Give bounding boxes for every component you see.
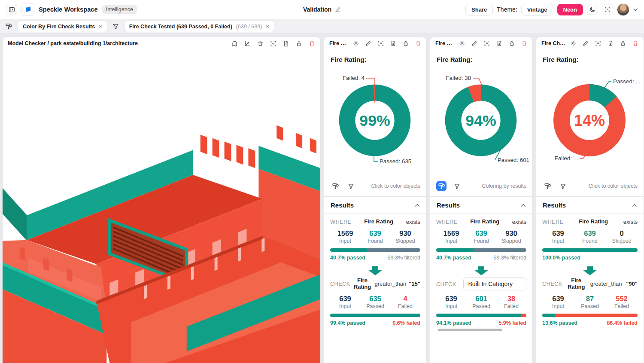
where-progress-bar [330,248,420,252]
pass-callout: Passed: 635 [380,158,411,165]
check-block: CHECK Fire Rating greater_than "15" 639I… [324,277,426,331]
app-window: Speckle Workspace Intelligence Validatio… [0,0,644,363]
flow-arrow [536,266,644,277]
document-button[interactable] [496,40,502,46]
passed-pct: 40.7% passed [330,255,365,261]
fire-check-panel-3: Fire Check... Fire Rating: 14% Passed: .… [536,37,644,363]
funnel-icon [348,183,354,189]
stat-label: Passed [360,303,390,309]
delete-button[interactable] [521,40,527,46]
isolate-filter-button[interactable] [346,181,356,191]
passed-pct: 94.1% passed [436,320,471,326]
check-keyword: CHECK [436,281,456,287]
where-field: Fire Rating [579,219,608,225]
document-button[interactable] [390,40,396,46]
chevron-up-icon [415,204,420,207]
settings-button[interactable] [570,40,576,46]
document-button[interactable] [283,40,289,47]
check-value: "15" [409,281,420,287]
lock-button[interactable] [296,40,302,47]
sidebar-collapse-button[interactable] [6,4,17,15]
results-title: Results [331,201,354,209]
isolate-filter-button[interactable] [558,181,568,191]
horizontal-scrollbar[interactable] [438,329,502,331]
fail-callout: Failed: 4 [343,75,365,81]
results-toggle[interactable]: Results [430,196,532,214]
panel-header: Fire Check... [430,37,532,50]
focus-button[interactable] [595,40,601,46]
chip-count: (639 / 639) [236,24,262,30]
share-button[interactable]: Share [465,4,493,15]
settings-button[interactable] [459,40,465,46]
document-icon [496,40,502,46]
stat-label: Input [436,238,466,244]
close-icon[interactable]: × [266,24,269,29]
theme-vintage-button[interactable]: Vintage [521,4,553,15]
svg-text:99%: 99% [359,112,390,129]
model-3d-view[interactable] [3,50,320,363]
stat-value: 639 [330,295,360,303]
delete-button[interactable] [632,40,638,46]
isolate-filter-button[interactable] [452,181,462,191]
color-objects-button[interactable] [542,181,553,191]
donut-chart[interactable]: 94% Failed: 38 Passed: 601 [430,63,532,180]
stat-label: Input [330,303,360,309]
results-toggle[interactable]: Results [536,196,644,214]
edit-title-button[interactable] [335,6,341,12]
focus-button[interactable] [378,40,384,46]
ghost-button[interactable] [231,40,238,47]
stat-label: Found [466,238,496,244]
results-toggle[interactable]: Results [324,196,426,214]
fail-callout: Failed: 38 [446,75,471,81]
donut-chart[interactable]: 99% Failed: 4 Passed: 635 [324,63,426,180]
stat-label: Input [542,238,574,244]
focus-mode-button[interactable] [602,4,613,15]
check-field: Fire Rating [566,278,586,290]
filtered-pct: 59.3% filtered [388,255,420,261]
passed-pct: 40.7% passed [436,255,471,261]
stat-label: Passed [466,303,496,309]
settings-button[interactable] [353,40,359,46]
where-block: WHERE Fire Rating exists 1569Input 639Fo… [430,214,532,266]
speckle-logo[interactable] [21,3,34,16]
stat-value: 930 [496,229,526,238]
document-button[interactable] [608,40,614,46]
dark-mode-button[interactable] [587,4,598,15]
intelligence-badge: Intelligence [102,5,137,14]
edit-button[interactable] [471,40,477,46]
delete-button[interactable] [309,40,315,47]
focus-button[interactable] [270,40,276,47]
filter-chip-fire-check[interactable]: Fire Check Tested (639 Passed, 0 Failed)… [124,21,274,32]
failed-pct: 5.9% failed [498,320,526,326]
chart-button[interactable] [244,40,251,47]
theme-neon-button[interactable]: Neon [557,4,583,15]
donut-chart[interactable]: 14% Passed: ... Failed: ... [536,63,644,180]
delete-button[interactable] [415,40,421,46]
lock-button[interactable] [403,40,409,46]
pencil-icon [583,40,589,46]
stat-label: Skipped [390,238,420,244]
filter-chip-color-by[interactable]: Color By Fire Check Results × [18,21,107,32]
document-icon [608,40,614,46]
funnel-icon [560,183,566,189]
stat-label: Found [574,238,606,244]
where-block: WHERE Fire Rating exists 1569Input 639Fo… [324,214,426,266]
viewer-title: Model Checker / park estate/building 1/a… [8,40,138,46]
account-menu-button[interactable] [633,8,638,11]
color-objects-button[interactable] [330,181,340,191]
moon-icon [589,6,595,12]
lock-button[interactable] [620,40,626,46]
paint-roller-icon [438,183,445,190]
check-field-dropdown[interactable]: Built In Category [463,278,526,290]
color-objects-button[interactable] [436,181,447,191]
edit-button[interactable] [365,40,371,46]
close-icon[interactable]: × [99,24,102,29]
orbit-button[interactable] [257,40,264,47]
panel-actions: Coloring by results [430,180,532,196]
focus-button[interactable] [484,40,490,46]
pencil-icon [471,40,477,46]
user-avatar[interactable] [617,3,629,16]
sidebar-collapse-icon [9,6,15,13]
lock-button[interactable] [509,40,515,46]
edit-button[interactable] [583,40,589,46]
